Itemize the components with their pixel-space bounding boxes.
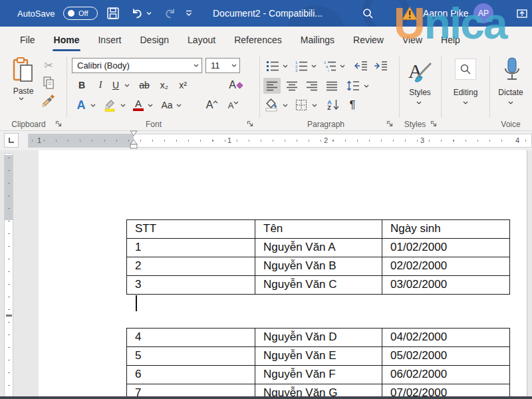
sort-button[interactable]: A Z: [324, 97, 342, 113]
editing-button[interactable]: [455, 59, 476, 80]
superscript-button[interactable]: x²: [174, 77, 192, 93]
text-effects-button[interactable]: A: [73, 97, 89, 113]
highlight-button[interactable]: [101, 97, 118, 113]
font-dialog-launcher[interactable]: [246, 120, 254, 128]
multilevel-dropdown[interactable]: [338, 59, 346, 73]
user-name[interactable]: Aaron Pike: [423, 0, 468, 27]
tab-help[interactable]: Help: [432, 27, 469, 53]
styles-dropdown[interactable]: [416, 101, 422, 104]
paste-label[interactable]: Paste: [7, 86, 40, 96]
decrease-indent-button[interactable]: [352, 59, 370, 73]
dictate-button-label[interactable]: Dictate: [489, 88, 532, 97]
tab-layout[interactable]: Layout: [178, 27, 225, 53]
customize-quick-access-button[interactable]: [185, 0, 193, 27]
copy-button[interactable]: [40, 74, 57, 90]
editing-button-label[interactable]: Editing: [442, 88, 489, 97]
format-painter-button[interactable]: [40, 93, 57, 110]
search-button[interactable]: [362, 0, 374, 27]
table-cell[interactable]: 02/02/2000: [382, 257, 510, 276]
strikethrough-button[interactable]: ab: [136, 77, 153, 93]
tab-home[interactable]: Home: [45, 27, 89, 53]
styles-dialog-launcher[interactable]: [430, 120, 438, 128]
shading-button[interactable]: [263, 97, 281, 113]
table-cell[interactable]: 04/02/2000: [382, 329, 510, 347]
table-cell[interactable]: 06/02/2000: [382, 366, 510, 384]
increase-indent-button[interactable]: [372, 59, 390, 73]
undo-button[interactable]: [130, 0, 144, 27]
table-cell[interactable]: Nguyễn Văn A: [255, 239, 382, 257]
table-cell[interactable]: 1: [127, 239, 255, 257]
table-1[interactable]: STT Tên Ngày sinh 1 Nguyễn Văn A 01/02/2…: [126, 219, 510, 295]
change-case-dropdown[interactable]: [175, 97, 183, 113]
clear-formatting-button[interactable]: A: [226, 77, 246, 93]
justify-button[interactable]: [323, 78, 340, 94]
table-cell[interactable]: 4: [127, 329, 255, 347]
horizontal-ruler[interactable]: 1 1 2 3 4: [28, 134, 532, 148]
paste-dropdown[interactable]: [19, 97, 24, 100]
italic-button[interactable]: I: [93, 77, 108, 93]
document-page[interactable]: STT Tên Ngày sinh 1 Nguyễn Văn A 01/02/2…: [39, 150, 527, 399]
line-spacing-button[interactable]: [344, 78, 362, 94]
undo-dropdown[interactable]: [146, 0, 152, 27]
change-case-button[interactable]: Aa: [158, 97, 176, 113]
tab-review[interactable]: Review: [344, 27, 393, 53]
line-spacing-dropdown[interactable]: [362, 78, 370, 94]
font-name-select[interactable]: Calibri (Body): [72, 58, 202, 73]
tab-references[interactable]: References: [225, 27, 291, 53]
borders-button[interactable]: [293, 97, 310, 113]
autosave-toggle[interactable]: Off: [63, 0, 98, 27]
table-cell[interactable]: 01/02/2000: [382, 239, 510, 257]
dictate-button[interactable]: [500, 56, 524, 85]
indent-markers[interactable]: [129, 130, 138, 151]
shrink-font-button[interactable]: A: [225, 97, 242, 113]
bullets-button[interactable]: [265, 59, 281, 73]
header-cell[interactable]: Ngày sinh: [382, 220, 510, 239]
table-cell[interactable]: Nguyễn Văn F: [255, 366, 382, 384]
font-color-dropdown[interactable]: [146, 97, 154, 113]
paste-button[interactable]: [9, 56, 37, 85]
tab-insert[interactable]: Insert: [88, 27, 130, 53]
avatar[interactable]: AP: [473, 3, 493, 23]
multilevel-list-button[interactable]: 1ai: [322, 59, 338, 73]
tab-mailings[interactable]: Mailings: [291, 27, 344, 53]
warning-icon[interactable]: [402, 0, 418, 27]
font-color-button[interactable]: A: [131, 97, 146, 113]
table-cell[interactable]: Nguyễn Văn C: [255, 276, 382, 295]
grow-font-button[interactable]: A: [203, 97, 221, 113]
bold-button[interactable]: B: [74, 77, 89, 93]
vertical-ruler[interactable]: [4, 153, 13, 399]
table-cell[interactable]: 2: [127, 257, 255, 276]
table-cell[interactable]: 6: [127, 366, 255, 384]
align-center-button[interactable]: [283, 78, 301, 94]
editing-dropdown[interactable]: [463, 101, 468, 104]
align-left-button[interactable]: [263, 78, 281, 94]
table-cell[interactable]: Nguyễn Văn E: [255, 347, 382, 366]
ribbon-display-options-button[interactable]: [516, 0, 528, 27]
tab-view[interactable]: View: [393, 27, 432, 53]
table-cell[interactable]: 03/02/2000: [382, 276, 510, 295]
header-cell[interactable]: STT: [127, 220, 255, 239]
bullets-dropdown[interactable]: [281, 59, 289, 73]
text-effects-dropdown[interactable]: [89, 97, 97, 113]
styles-button[interactable]: A: [402, 57, 439, 85]
borders-dropdown[interactable]: [311, 97, 319, 113]
styles-button-label[interactable]: Styles: [399, 88, 441, 97]
shading-dropdown[interactable]: [281, 97, 289, 113]
align-right-button[interactable]: [303, 78, 321, 94]
dictate-dropdown[interactable]: [508, 101, 513, 104]
table-cell[interactable]: 5: [127, 347, 255, 366]
subscript-button[interactable]: x₂: [156, 77, 173, 93]
tab-design[interactable]: Design: [130, 27, 178, 53]
underline-dropdown[interactable]: [123, 77, 131, 93]
show-formatting-marks-button[interactable]: ¶: [344, 97, 360, 113]
highlight-dropdown[interactable]: [119, 97, 127, 113]
clipboard-dialog-launcher[interactable]: [55, 120, 63, 128]
table-2[interactable]: 4 Nguyễn Văn D 04/02/2000 5 Nguyễn Văn E…: [126, 328, 510, 399]
underline-button[interactable]: U: [109, 77, 122, 93]
tab-file[interactable]: File: [11, 27, 45, 53]
table-cell[interactable]: Nguyễn Văn B: [255, 257, 382, 276]
paragraph-dialog-launcher[interactable]: [386, 120, 394, 128]
cut-button[interactable]: ✂: [40, 57, 57, 73]
save-button[interactable]: [106, 0, 120, 27]
numbering-button[interactable]: 123: [293, 59, 309, 73]
